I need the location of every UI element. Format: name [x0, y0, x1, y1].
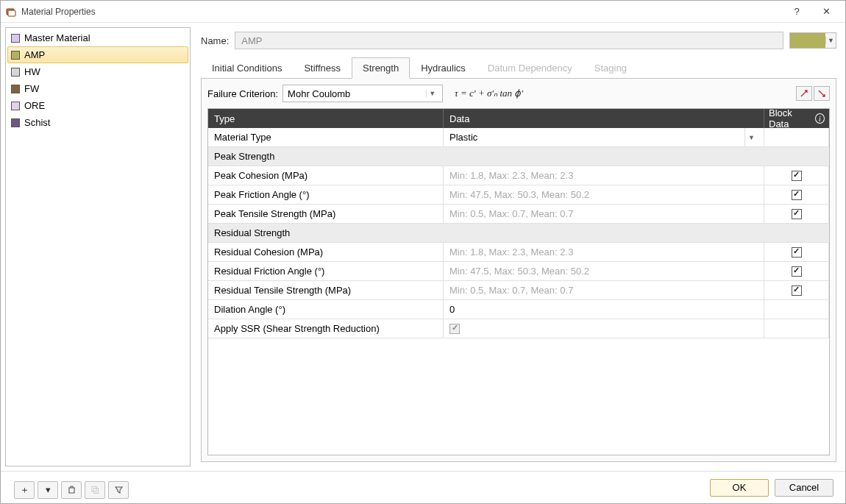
- row-label: Apply SSR (Shear Strength Reduction): [208, 319, 444, 338]
- tab-staging: Staging: [583, 57, 638, 79]
- block-checkbox[interactable]: [792, 209, 802, 219]
- add-button[interactable]: ＋: [14, 481, 35, 499]
- row-label: Residual Friction Angle (°): [208, 262, 444, 280]
- failure-criterion-select[interactable]: Mohr Coulomb ▼: [282, 85, 443, 102]
- grid-row: Peak Strength: [208, 147, 829, 166]
- grid-row: Peak Friction Angle (°)Min: 47.5, Max: 5…: [208, 185, 829, 205]
- import-icon[interactable]: [796, 86, 812, 101]
- row-label: Material Type: [208, 128, 444, 146]
- material-label: FW: [24, 83, 39, 94]
- material-swatch: [11, 51, 20, 60]
- material-item[interactable]: AMP: [7, 46, 188, 63]
- grid-row: Residual Friction Angle (°)Min: 47.5, Ma…: [208, 262, 829, 281]
- tab-strength[interactable]: Strength: [352, 57, 410, 79]
- grid-row: Peak Cohesion (MPa)Min: 1.8, Max: 2.3, M…: [208, 166, 829, 185]
- material-item[interactable]: ORE: [7, 97, 188, 114]
- grid-row: Residual Tensile Strength (MPa)Min: 0.5,…: [208, 281, 829, 300]
- material-label: Schist: [24, 117, 50, 128]
- section-label: Residual Strength: [208, 224, 829, 242]
- material-item[interactable]: FW: [7, 80, 188, 97]
- filter-button[interactable]: [108, 481, 129, 499]
- chevron-down-icon: ▼: [744, 128, 758, 146]
- row-data-cell[interactable]: Min: 47.5, Max: 50.3, Mean: 50.2: [444, 185, 764, 204]
- tab-initial-conditions[interactable]: Initial Conditions: [201, 57, 293, 79]
- material-swatch: [11, 85, 20, 93]
- cancel-button[interactable]: Cancel: [775, 479, 833, 497]
- grid-row: Residual Strength: [208, 224, 829, 243]
- block-checkbox[interactable]: [792, 190, 802, 200]
- material-label: HW: [24, 66, 40, 77]
- strength-tab-panel: Failure Criterion: Mohr Coulomb ▼ τ = c′…: [201, 79, 836, 462]
- material-item[interactable]: HW: [7, 63, 188, 80]
- material-label: ORE: [24, 100, 45, 111]
- tab-stiffness[interactable]: Stiffness: [293, 57, 352, 79]
- row-label: Peak Tensile Strength (MPa): [208, 205, 444, 223]
- material-swatch: [11, 118, 20, 127]
- delete-button[interactable]: [61, 481, 82, 499]
- row-label: Residual Tensile Strength (MPa): [208, 281, 444, 299]
- tabs: Initial ConditionsStiffnessStrengthHydra…: [201, 57, 836, 79]
- row-label: Peak Friction Angle (°): [208, 185, 444, 204]
- strength-grid: Type Data Block Data i Material TypePlas…: [207, 108, 830, 455]
- ok-button[interactable]: OK: [710, 479, 769, 497]
- grid-row: Dilation Angle (°)0: [208, 300, 829, 319]
- tab-datum-dependency: Datum Dependency: [477, 57, 583, 79]
- material-item[interactable]: Schist: [7, 114, 188, 131]
- list-toolbar: ＋ ▾: [14, 481, 129, 499]
- row-data-cell[interactable]: 0: [444, 300, 764, 319]
- block-data-cell[interactable]: [764, 243, 829, 261]
- grid-header: Type Data Block Data i: [208, 109, 829, 128]
- add-dropdown-button[interactable]: ▾: [38, 481, 58, 499]
- block-checkbox[interactable]: [792, 285, 802, 296]
- header-block: Block Data i: [764, 109, 829, 128]
- row-data-cell[interactable]: Min: 1.8, Max: 2.3, Mean: 2.3: [444, 243, 764, 261]
- grid-row: Material TypePlastic▼: [208, 128, 829, 147]
- detail-panel: Name: ▼ Initial ConditionsStiffnessStren…: [196, 27, 841, 466]
- material-swatch: [11, 34, 20, 43]
- close-button[interactable]: ✕: [811, 1, 841, 22]
- header-data: Data: [444, 109, 764, 128]
- block-data-cell: [764, 128, 829, 146]
- block-data-cell: [764, 300, 829, 319]
- section-label: Peak Strength: [208, 147, 829, 166]
- block-data-cell[interactable]: [764, 166, 829, 185]
- export-icon[interactable]: [814, 86, 830, 101]
- chevron-down-icon: ▼: [426, 90, 438, 97]
- row-data-cell[interactable]: Plastic▼: [444, 128, 764, 146]
- info-icon[interactable]: i: [815, 113, 825, 124]
- name-label: Name:: [201, 35, 229, 46]
- row-data-cell[interactable]: Min: 0.5, Max: 0.7, Mean: 0.7: [444, 205, 764, 223]
- block-checkbox[interactable]: [792, 171, 802, 181]
- tab-hydraulics[interactable]: Hydraulics: [410, 57, 477, 79]
- row-label: Dilation Angle (°): [208, 300, 444, 319]
- help-button[interactable]: ?: [782, 1, 811, 22]
- material-sidebar: Master MaterialAMPHWFWORESchist: [5, 27, 191, 466]
- material-swatch: [11, 102, 20, 110]
- row-data-cell[interactable]: Min: 0.5, Max: 0.7, Mean: 0.7: [444, 281, 764, 299]
- app-icon: [5, 6, 17, 18]
- material-item[interactable]: Master Material: [7, 29, 188, 46]
- chevron-down-icon: ▼: [825, 37, 836, 44]
- block-checkbox[interactable]: [792, 247, 802, 258]
- copy-button: [85, 481, 105, 499]
- row-data-cell[interactable]: Min: 1.8, Max: 2.3, Mean: 2.3: [444, 166, 764, 185]
- grid-row: Residual Cohesion (MPa)Min: 1.8, Max: 2.…: [208, 243, 829, 262]
- material-list[interactable]: Master MaterialAMPHWFWORESchist: [5, 27, 191, 466]
- row-data-cell[interactable]: Min: 47.5, Max: 50.3, Mean: 50.2: [444, 262, 764, 280]
- material-label: Master Material: [24, 32, 90, 43]
- svg-rect-1: [8, 10, 15, 16]
- failure-criterion-label: Failure Criterion:: [207, 88, 278, 99]
- block-data-cell: [764, 319, 829, 338]
- name-input[interactable]: [235, 32, 783, 49]
- block-data-cell[interactable]: [764, 262, 829, 280]
- row-data-cell[interactable]: [444, 319, 764, 338]
- checkbox: [449, 324, 460, 334]
- row-label: Peak Cohesion (MPa): [208, 166, 444, 185]
- block-data-cell[interactable]: [764, 281, 829, 299]
- material-swatch: [11, 68, 20, 77]
- material-color-picker[interactable]: ▼: [789, 32, 836, 49]
- dialog-footer: ＋ ▾ OK Cancel: [1, 471, 845, 503]
- block-data-cell[interactable]: [764, 205, 829, 223]
- block-checkbox[interactable]: [792, 266, 802, 277]
- block-data-cell[interactable]: [764, 185, 829, 204]
